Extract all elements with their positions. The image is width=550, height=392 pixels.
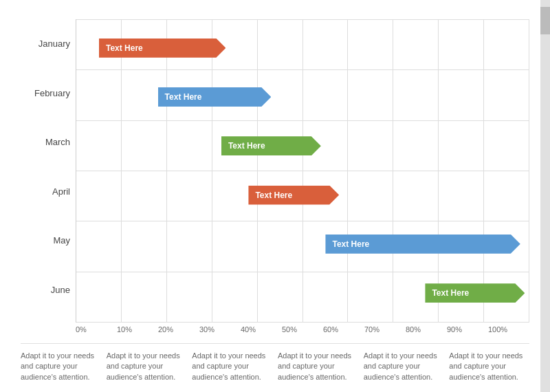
y-label: February xyxy=(21,88,76,98)
page: JanuaryFebruaryMarchAprilMayJune Text He… xyxy=(0,0,550,392)
bar-label: Text Here xyxy=(158,92,202,102)
x-tick: 10% xyxy=(117,325,158,334)
arrow-bar: Text Here xyxy=(221,136,321,155)
desc-col: Adapt it to your needs and capture your … xyxy=(192,351,278,382)
x-axis: 0%10%20%30%40%50%60%70%80%90%100% xyxy=(76,323,529,334)
arrow-bar: Text Here xyxy=(325,235,520,254)
desc-col: Adapt it to your needs and capture your … xyxy=(364,351,450,382)
y-labels: JanuaryFebruaryMarchAprilMayJune xyxy=(21,19,76,334)
desc-col: Adapt it to your needs and capture your … xyxy=(21,351,107,382)
arrow-bar: Text Here xyxy=(248,186,339,205)
x-tick: 60% xyxy=(323,325,364,334)
desc-col: Adapt it to your needs and capture your … xyxy=(278,351,364,382)
arrow-bar: Text Here xyxy=(99,39,226,58)
bar-label: Text Here xyxy=(425,288,469,298)
descriptions: Adapt it to your needs and capture your … xyxy=(21,343,529,382)
x-tick: 50% xyxy=(282,325,323,334)
bars-container: Text HereText HereText HereText HereText… xyxy=(76,19,529,322)
desc-col: Adapt it to your needs and capture your … xyxy=(107,351,192,382)
arrow-bar: Text Here xyxy=(158,87,272,107)
grid-and-bars: Text HereText HereText HereText HereText… xyxy=(76,19,529,323)
x-tick: 20% xyxy=(158,325,199,334)
bar-row: Text Here xyxy=(76,282,529,304)
y-label: June xyxy=(21,285,76,295)
x-tick: 80% xyxy=(406,325,447,334)
scrollbar[interactable] xyxy=(540,0,550,392)
bar-row: Text Here xyxy=(76,233,529,255)
x-tick: 40% xyxy=(241,325,282,334)
x-tick: 30% xyxy=(199,325,241,334)
y-label: May xyxy=(21,235,76,246)
y-label: April xyxy=(21,186,76,197)
scrollbar-thumb[interactable] xyxy=(540,7,550,34)
bar-row: Text Here xyxy=(76,184,529,206)
x-tick: 0% xyxy=(76,325,117,334)
chart-right: Text HereText HereText HereText HereText… xyxy=(76,19,529,334)
bar-label: Text Here xyxy=(221,141,265,151)
x-tick: 90% xyxy=(447,325,488,334)
y-label: January xyxy=(21,39,76,49)
bar-row: Text Here xyxy=(76,135,529,157)
bar-label: Text Here xyxy=(325,239,369,249)
x-tick: 100% xyxy=(488,325,529,334)
bar-row: Text Here xyxy=(76,86,529,108)
h-grid-line xyxy=(76,322,529,323)
desc-col: Adapt it to your needs and capture your … xyxy=(449,351,529,382)
x-tick: 70% xyxy=(364,325,406,334)
bar-row: Text Here xyxy=(76,37,529,59)
arrow-bar: Text Here xyxy=(425,283,525,303)
bar-label: Text Here xyxy=(99,43,143,53)
bar-label: Text Here xyxy=(248,190,292,200)
chart-area: JanuaryFebruaryMarchAprilMayJune Text He… xyxy=(21,19,529,334)
y-label: March xyxy=(21,137,76,147)
